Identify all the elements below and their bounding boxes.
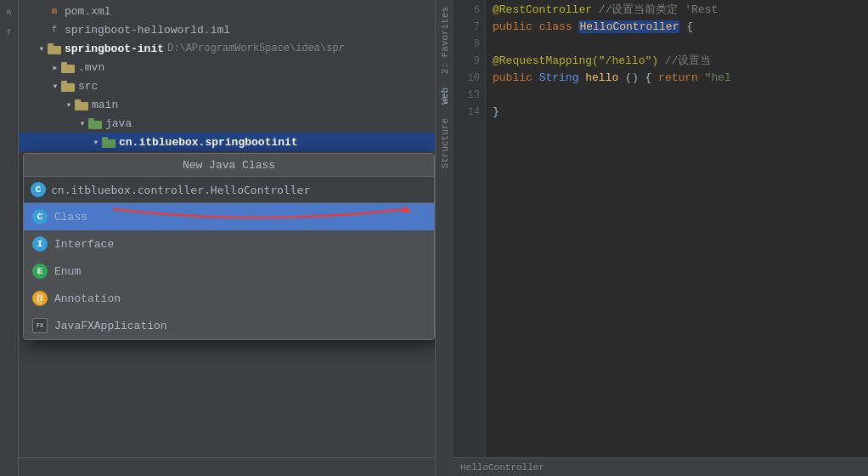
package-icon — [102, 135, 116, 149]
code-token: { — [686, 20, 693, 33]
dialog-title: New Java Class — [24, 154, 434, 177]
right-sidebar-tabs: 2: Favorites Web Structure — [435, 0, 454, 476]
project-panel: m pom.xml f springboot-helloworld.iml ▼ … — [19, 0, 435, 476]
code-token: HelloController — [578, 20, 679, 33]
dialog-item-label: Class — [54, 211, 87, 224]
svg-rect-2 — [61, 65, 75, 73]
line-number: 6 — [454, 2, 480, 19]
code-token: //设置当 — [665, 54, 712, 67]
dialog-item-enum[interactable]: E Enum — [24, 258, 434, 285]
svg-rect-8 — [88, 121, 102, 129]
tree-item-package[interactable]: ▼ cn.itbluebox.springbootinit — [19, 133, 435, 151]
new-java-class-dialog[interactable]: New Java Class C C Class I Interface — [23, 153, 435, 340]
dialog-item-interface[interactable]: I Interface — [24, 230, 434, 258]
tree-label: springboot-init — [65, 42, 164, 55]
code-line: @RequestMapping("/hello") //设置当 — [493, 53, 861, 70]
line-number: 10 — [454, 70, 480, 87]
svg-rect-7 — [75, 99, 81, 103]
code-editor: 6 7 8 9 10 13 14 @RestController //设置当前类… — [454, 0, 868, 457]
class-icon: C — [32, 209, 48, 224]
tab-favorites[interactable]: 2: Favorites — [437, 0, 453, 81]
tree-label: main — [92, 99, 118, 111]
svg-rect-5 — [61, 81, 67, 84]
tree-arrow: ▼ — [49, 80, 61, 92]
code-token: "hel — [705, 71, 731, 84]
dialog-item-javafx[interactable]: FX JavaFXApplication — [24, 312, 434, 339]
svg-rect-3 — [61, 62, 67, 65]
folder-icon — [48, 42, 61, 55]
tree-arrow — [36, 5, 48, 17]
code-token: class — [539, 20, 572, 33]
tree-item-iml[interactable]: f springboot-helloworld.iml — [19, 20, 435, 39]
status-bar: HelloController — [454, 457, 868, 476]
code-line: @RestController //设置当前类定 'Rest — [493, 2, 861, 19]
tree-arrow: ▼ — [90, 136, 102, 148]
line-number: 8 — [454, 36, 480, 53]
dialog-item-label: JavaFXApplication — [54, 320, 167, 332]
tree-arrow: ▼ — [36, 42, 48, 54]
dialog-list: C Class I Interface E Enum @ Annotation — [24, 203, 434, 339]
svg-rect-9 — [88, 118, 94, 122]
dialog-class-name-input[interactable] — [51, 184, 427, 196]
tree-arrow: ▼ — [63, 99, 75, 110]
code-line — [493, 87, 861, 104]
tree-item-src[interactable]: ▼ src — [19, 76, 435, 95]
tree-arrow: ▼ — [76, 117, 88, 129]
panel-bottom-tabs — [19, 457, 435, 476]
dialog-item-class[interactable]: C Class — [24, 203, 434, 230]
tree-label: cn.itbluebox.springbootinit — [119, 136, 298, 149]
tree-item-springboot-init[interactable]: ▼ springboot-init D:\AProgramWorkSpace\i… — [19, 39, 435, 58]
dialog-item-label: Interface — [54, 238, 114, 251]
folder-icon — [61, 79, 75, 93]
code-token: //设置当前类定 'Rest — [599, 3, 718, 16]
tree-item-main[interactable]: ▼ main — [19, 95, 435, 114]
interface-icon: I — [32, 236, 48, 252]
code-token: public — [493, 71, 533, 84]
line-number: 14 — [454, 104, 480, 121]
code-token: hello — [585, 71, 618, 84]
dialog-item-annotation[interactable]: @ Annotation — [24, 285, 434, 312]
enum-icon: E — [32, 264, 48, 279]
svg-rect-1 — [48, 43, 54, 47]
line-number: 7 — [454, 19, 480, 36]
xml-file-icon: m — [48, 4, 61, 18]
line-numbers: 6 7 8 9 10 13 14 — [454, 0, 486, 457]
code-token: @RestController — [493, 3, 592, 16]
tree-label: springboot-helloworld.iml — [65, 24, 230, 37]
code-token: } — [493, 105, 499, 118]
tree-item-mvn[interactable]: ▶ .mvn — [19, 58, 435, 76]
svg-rect-6 — [75, 102, 88, 110]
code-line: public String hello () { return "hel — [493, 70, 861, 87]
code-content[interactable]: @RestController //设置当前类定 'Rest public cl… — [486, 0, 868, 457]
dialog-input-icon: C — [31, 182, 46, 197]
dialog-item-label: Enum — [54, 265, 81, 278]
code-token: public — [493, 20, 533, 33]
code-token: String — [539, 71, 579, 84]
code-line: } — [493, 104, 861, 121]
tab-web[interactable]: Web — [437, 81, 453, 111]
code-line: public class HelloController { — [493, 19, 861, 36]
sidebar-icon-f[interactable]: f — [0, 24, 19, 42]
folder-icon — [61, 60, 75, 74]
tab-structure[interactable]: Structure — [437, 111, 453, 175]
svg-rect-0 — [48, 46, 61, 54]
tree-label: pom.xml — [65, 5, 111, 18]
tree-label: src — [78, 80, 98, 93]
tree-item-java[interactable]: ▼ java — [19, 114, 435, 133]
code-token: @RequestMapping("/hello") — [493, 54, 658, 67]
dialog-input-row: C — [24, 177, 434, 203]
svg-rect-10 — [102, 139, 116, 148]
left-sidebar: m f — [0, 0, 19, 476]
folder-icon — [75, 98, 88, 111]
tree-arrow — [36, 24, 48, 36]
code-editor-area: 6 7 8 9 10 13 14 @RestController //设置当前类… — [454, 0, 868, 476]
code-line — [493, 36, 861, 53]
folder-icon — [88, 116, 102, 130]
code-token: () { — [625, 71, 658, 84]
annotation-icon: @ — [32, 291, 48, 306]
tree-label: .mvn — [78, 61, 104, 74]
dialog-item-label: Annotation — [54, 292, 121, 305]
tree-item-pom[interactable]: m pom.xml — [19, 2, 435, 20]
status-text: HelloController — [460, 462, 544, 473]
sidebar-icon-m[interactable]: m — [0, 3, 19, 22]
